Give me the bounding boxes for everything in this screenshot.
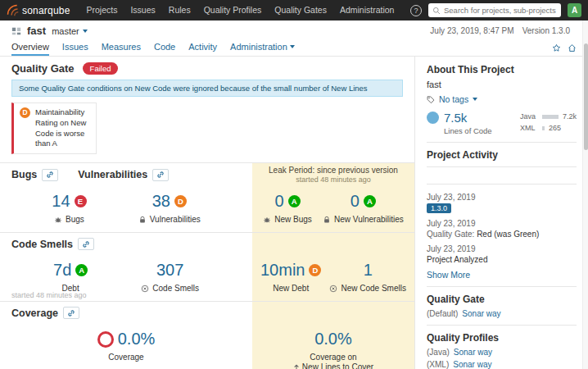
lock-icon <box>138 216 147 224</box>
bugs-history-link-button[interactable] <box>42 169 58 181</box>
profile-link[interactable]: Sonar way <box>454 348 492 357</box>
code-smells-measures: 7d A Debt 307 <box>0 255 252 301</box>
nav-rules[interactable]: Rules <box>162 0 197 20</box>
new-debt-label: New Debt <box>273 284 309 293</box>
vulnerabilities-value[interactable]: 38 <box>152 192 170 211</box>
tab-overview[interactable]: Overview <box>11 42 49 56</box>
link-icon <box>156 171 165 179</box>
language-loc: 265 <box>549 124 561 132</box>
activity-event: July 23, 2019 Quality Gate: Red (was Gre… <box>427 219 577 239</box>
quality-gate-link[interactable]: Sonar way <box>462 309 500 318</box>
code-smell-icon <box>329 285 337 293</box>
home-icon[interactable] <box>568 43 577 52</box>
activity-event: July 23, 2019 Project Analyzed <box>427 244 577 264</box>
vulnerabilities-rating-badge[interactable]: D <box>174 195 187 207</box>
lines-of-code-block: 7.5k Lines of Code Java 7.2k XML <box>427 111 577 135</box>
quality-gate-row: (Default) Sonar way <box>427 309 577 318</box>
code-smells-history-link-button[interactable] <box>78 238 94 250</box>
nav-quality-profiles[interactable]: Quality Profiles <box>197 0 269 20</box>
new-vulnerabilities-label-row: New Vulnerabilities <box>323 215 404 224</box>
debt-value[interactable]: 7d <box>53 261 71 280</box>
code-smell-icon <box>141 285 149 293</box>
bugs-value[interactable]: 14 <box>52 192 70 211</box>
quality-gate-title: Quality Gate <box>11 62 75 75</box>
nav-quality-gates[interactable]: Quality Gates <box>268 0 333 20</box>
show-more-link[interactable]: Show More <box>427 270 470 280</box>
project-header: fast master July 23, 2019, 8:47 PM Versi… <box>0 20 588 39</box>
tab-issues[interactable]: Issues <box>62 42 88 56</box>
code-smells-value[interactable]: 307 <box>156 261 183 280</box>
coverage-value[interactable]: 0.0% <box>118 330 156 348</box>
profile-link[interactable]: Sonar way <box>453 360 491 369</box>
new-debt-value[interactable]: 10min <box>260 261 305 280</box>
failed-condition-card[interactable]: D Maintainability Rating on New Code is … <box>11 102 97 154</box>
tags-selector[interactable]: No tags <box>427 94 577 104</box>
new-coverage-label-rows: Coverage on New Lines to Cover <box>293 353 373 369</box>
project-activity-title: Project Activity <box>427 149 577 161</box>
debt-value-row: 7d A <box>53 261 88 280</box>
coverage-donut <box>97 331 114 348</box>
project-tabs: Overview Issues Measures Code Activity A… <box>0 39 588 57</box>
quality-profile-row-java: (Java) Sonar way <box>427 348 577 357</box>
tab-administration[interactable]: Administration <box>230 42 295 56</box>
debt-measure: 7d A Debt <box>53 261 88 293</box>
loc-value[interactable]: 7.5k <box>444 111 467 125</box>
quality-gate-meta-title: Quality Gate <box>427 294 577 305</box>
link-icon <box>82 240 90 248</box>
quality-profiles-title: Quality Profiles <box>427 332 577 344</box>
tab-measures[interactable]: Measures <box>102 42 141 56</box>
nav-issues[interactable]: Issues <box>124 0 161 20</box>
quality-profile-row-xml: (XML) Sonar way <box>427 360 577 369</box>
link-icon <box>46 171 54 179</box>
bugs-rating-badge[interactable]: E <box>75 195 87 207</box>
chevron-down-icon <box>83 30 88 33</box>
leak-band <box>252 302 414 324</box>
new-bugs-rating-badge[interactable]: A <box>288 195 301 207</box>
activity-sparkline[interactable] <box>427 166 577 184</box>
code-smells-period-note: started 48 minutes ago <box>11 291 87 299</box>
vulnerabilities-history-link-button[interactable] <box>152 169 169 181</box>
tab-activity[interactable]: Activity <box>188 42 217 56</box>
arrow-up-icon <box>293 364 300 369</box>
event-text: Project Analyzed <box>427 255 488 264</box>
nav-administration[interactable]: Administration <box>333 0 401 20</box>
overview-main: Quality Gate Failed Some Quality Gate co… <box>0 57 414 369</box>
project-activity-section: Project Activity July 23, 2019 1.3.0 Jul… <box>427 142 577 280</box>
sonarqube-logo[interactable]: sonarqube <box>7 4 70 16</box>
new-debt-label-row: New Debt <box>260 284 321 293</box>
new-vulnerabilities-value[interactable]: 0 <box>351 192 360 211</box>
new-bugs-label: New Bugs <box>274 215 312 224</box>
project-meta-sidebar: About This Project fast No tags 7.5k Lin… <box>414 57 588 369</box>
vulnerabilities-label-row: Vulnerabilities <box>138 215 201 224</box>
new-bugs-value[interactable]: 0 <box>274 192 283 211</box>
code-smells-section-title: Code Smells <box>11 239 73 250</box>
new-vulnerabilities-rating-badge[interactable]: A <box>364 195 376 207</box>
favorite-star-icon[interactable] <box>552 43 561 52</box>
quality-gate-header: Quality Gate Failed <box>0 57 414 77</box>
code-smells-measure: 307 Code Smells <box>141 261 199 293</box>
debt-rating-badge[interactable]: A <box>75 264 88 276</box>
info-banner-text: Some Quality Gate conditions on New Code… <box>19 84 368 93</box>
nav-projects[interactable]: Projects <box>80 0 124 20</box>
bugs-value-row: 14 E <box>52 192 86 211</box>
search-box[interactable] <box>428 3 561 17</box>
new-debt-rating-badge[interactable]: D <box>309 264 321 276</box>
user-avatar[interactable]: A <box>568 3 581 17</box>
branch-selector[interactable]: master <box>52 26 88 36</box>
new-bugs-measure: 0 A New Bugs <box>263 192 312 224</box>
profile-scope: (Java) <box>427 348 450 357</box>
scrollbar-thumb[interactable] <box>584 43 588 150</box>
activity-event: July 23, 2019 1.3.0 <box>427 193 577 213</box>
coverage-history-link-button[interactable] <box>63 307 79 319</box>
measure-domains: Bugs Vulnerabilities Leak Period: since … <box>0 162 414 369</box>
about-title: About This Project <box>427 64 577 75</box>
new-code-smells-value[interactable]: 1 <box>364 261 373 280</box>
tab-code[interactable]: Code <box>154 42 175 56</box>
page-scrollbar[interactable] <box>582 20 588 369</box>
search-input[interactable] <box>444 6 557 15</box>
language-row-xml: XML 265 <box>520 124 577 132</box>
help-icon[interactable]: ? <box>410 5 422 16</box>
branch-name: master <box>52 26 79 36</box>
new-coverage-value[interactable]: 0.0% <box>314 330 352 348</box>
coverage-measures: 0.0% Coverage <box>0 324 252 369</box>
